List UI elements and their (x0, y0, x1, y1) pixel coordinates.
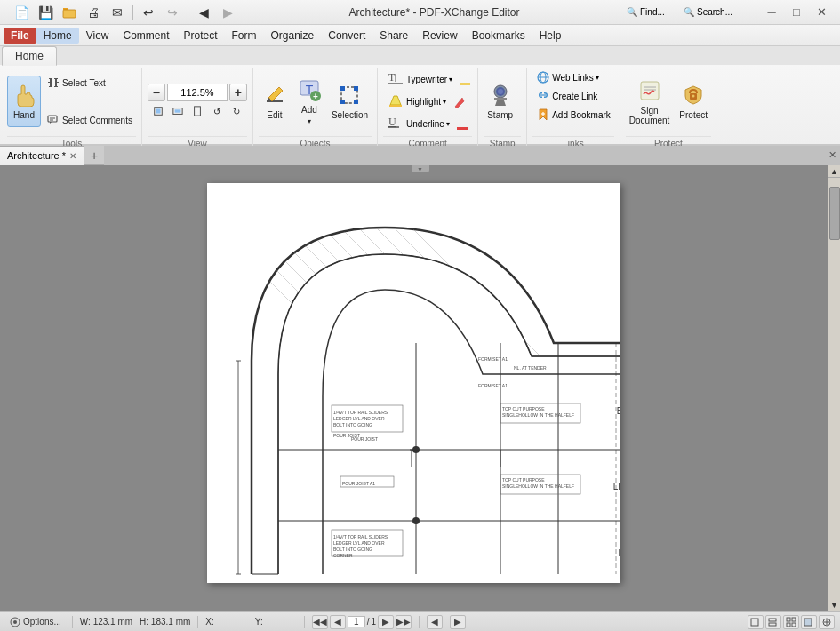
svg-rect-102 (792, 618, 796, 621)
svg-text:LEDGER LVL AND OVER: LEDGER LVL AND OVER (333, 416, 385, 421)
last-page-btn[interactable]: ▶▶ (396, 615, 412, 629)
selection-btn[interactable]: Selection (328, 76, 372, 127)
open-qat-btn[interactable] (59, 2, 80, 23)
typewriter-color-icon (458, 72, 472, 86)
underline-dropdown[interactable]: ▾ (446, 120, 450, 128)
svg-text:SINGLEHOLLOW IN THE HALFELF: SINGLEHOLLOW IN THE HALFELF (502, 483, 574, 489)
view-mode-3-btn[interactable] (783, 615, 799, 629)
app-icon: 📄 (11, 2, 32, 23)
content-view-btn[interactable] (819, 615, 835, 629)
menu-review[interactable]: Review (415, 28, 464, 44)
rotate-right-btn[interactable]: ↻ (228, 103, 245, 119)
svg-text:1/4V/T TOP RAIL SLIDERS: 1/4V/T TOP RAIL SLIDERS (333, 410, 388, 415)
back-qat-btn[interactable]: ◀ (193, 2, 214, 23)
typewriter-dropdown[interactable]: ▾ (449, 76, 452, 84)
menu-convert[interactable]: Convert (321, 28, 372, 44)
redo-qat-btn[interactable]: ↪ (162, 2, 183, 23)
fit-width-btn[interactable] (169, 103, 187, 119)
add-btn[interactable]: T + Add ▾ (293, 76, 325, 127)
save-qat-btn[interactable]: 💾 (35, 2, 56, 23)
search-btn[interactable]: 🔍Search... (684, 7, 755, 17)
prev-page-btn[interactable]: ◀ (330, 615, 346, 629)
underline-btn[interactable]: U Underline ▾ (383, 113, 453, 134)
web-links-btn[interactable]: Web Links ▾ (532, 68, 603, 86)
nav-back-btn[interactable]: ◀ (427, 615, 443, 629)
forward-qat-btn[interactable]: ▶ (217, 2, 238, 23)
select-text-btn[interactable]: Select Text (44, 75, 136, 91)
print-qat-btn[interactable]: 🖨 (83, 2, 104, 23)
menu-home[interactable]: Home (36, 28, 79, 44)
pdf-page: BEDROOMS LIVING ROOM BASEMENT 1/4V/T TOP… (207, 183, 620, 583)
new-tab-btn[interactable]: + (84, 146, 104, 165)
fit-page-btn[interactable] (149, 103, 167, 119)
menu-protect[interactable]: Protect (177, 28, 225, 44)
web-links-dropdown[interactable]: ▾ (596, 74, 599, 82)
svg-rect-19 (340, 100, 345, 104)
zoom-out-btn[interactable]: − (148, 84, 165, 101)
view-mode-2-btn[interactable] (765, 615, 781, 629)
group-comment: T Typewriter ▾ Highlight ▾ (378, 68, 478, 150)
svg-point-31 (498, 89, 503, 94)
highlight-btn[interactable]: Highlight ▾ (383, 91, 450, 112)
sign-document-icon (637, 78, 662, 103)
collapse-indicator-top[interactable]: ▼ (412, 165, 429, 172)
page-input[interactable]: 1 (348, 616, 365, 627)
ribbon-tabs: Home (0, 46, 840, 65)
doc-tab-architecture[interactable]: Architecture * ✕ (0, 146, 84, 165)
svg-point-88 (412, 446, 420, 453)
create-link-btn[interactable]: Create Link (532, 87, 601, 105)
view-mode-4-btn[interactable] (801, 615, 817, 629)
scroll-thumb[interactable] (829, 187, 840, 240)
edit-btn[interactable]: Edit (259, 76, 291, 127)
tab-home[interactable]: Home (2, 46, 57, 66)
svg-text:1/4V/T TOP RAIL SLIDERS: 1/4V/T TOP RAIL SLIDERS (333, 534, 388, 539)
menu-comment[interactable]: Comment (116, 28, 176, 44)
email-qat-btn[interactable]: ✉ (107, 2, 128, 23)
typewriter-btn[interactable]: T Typewriter ▾ (383, 68, 456, 90)
menu-bookmarks[interactable]: Bookmarks (465, 28, 532, 44)
scroll-track[interactable] (828, 178, 841, 599)
first-page-btn[interactable]: ◀◀ (312, 615, 328, 629)
scroll-down-btn[interactable]: ▼ (828, 599, 841, 611)
svg-point-89 (412, 517, 420, 524)
nav-forward-btn[interactable]: ▶ (450, 615, 466, 629)
svg-text:T: T (388, 71, 396, 84)
menu-view[interactable]: View (79, 28, 116, 44)
options-btn[interactable]: Options... (5, 615, 65, 629)
highlight-dropdown[interactable]: ▾ (443, 98, 446, 106)
scrollbar-right[interactable]: ▲ ▼ (828, 165, 840, 611)
view-mode-1-btn[interactable] (748, 615, 764, 629)
hand-tool-btn[interactable]: Hand (7, 76, 41, 127)
doc-tab-close[interactable]: ✕ (69, 151, 76, 161)
rotate-left-btn[interactable]: ↺ (208, 103, 226, 119)
find-btn[interactable]: 🔍Find... (627, 7, 680, 17)
menu-share[interactable]: Share (372, 28, 415, 44)
undo-qat-btn[interactable]: ↩ (138, 2, 159, 23)
menu-form[interactable]: Form (225, 28, 264, 44)
group-tools: Hand Select Text Select Comments Tools (2, 68, 142, 150)
select-comments-btn[interactable]: Select Comments (44, 112, 136, 128)
group-links: Web Links ▾ Create Link Add Bookmark Lin… (527, 68, 620, 150)
sep4 (419, 616, 420, 628)
svg-rect-105 (804, 619, 812, 626)
scroll-up-btn[interactable]: ▲ (828, 165, 841, 178)
stamp-btn[interactable]: Stamp (484, 76, 516, 127)
doc-area-close[interactable]: ✕ (828, 149, 836, 161)
protect-btn[interactable]: Protect (676, 76, 711, 127)
sep1 (72, 616, 73, 628)
zoom-in-btn[interactable]: + (229, 84, 247, 101)
menu-help[interactable]: Help (532, 28, 569, 44)
sign-document-btn[interactable]: SignDocument (626, 76, 674, 127)
hand-icon (12, 83, 36, 108)
zoom-display[interactable]: 112.5% (167, 84, 228, 101)
close-btn[interactable]: ✕ (810, 4, 833, 21)
add-bookmark-btn[interactable]: Add Bookmark (532, 106, 614, 124)
svg-rect-28 (457, 127, 468, 130)
single-page-btn[interactable] (188, 103, 206, 119)
next-page-btn[interactable]: ▶ (378, 615, 394, 629)
maximize-btn[interactable]: □ (785, 4, 808, 21)
menu-organize[interactable]: Organize (264, 28, 322, 44)
menu-file[interactable]: File (4, 28, 36, 44)
sep2 (197, 616, 198, 628)
minimize-btn[interactable]: ─ (760, 4, 783, 21)
